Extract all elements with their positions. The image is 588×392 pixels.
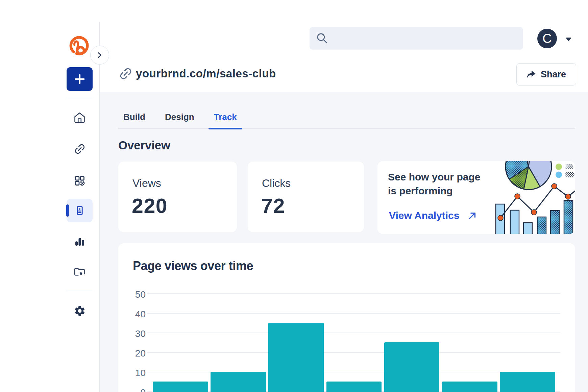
chevron-down-icon [566, 38, 571, 41]
sidebar-collapse-button[interactable] [90, 46, 109, 65]
overview-heading: Overview [118, 139, 170, 152]
views-stat-card: Views 220 [118, 162, 237, 232]
folder-star-icon [74, 267, 85, 276]
gridline-40 [147, 313, 560, 314]
sidebar-item-settings[interactable] [67, 299, 93, 323]
gridline-50 [147, 293, 560, 294]
bar-chart-icon [75, 238, 84, 246]
tab-track[interactable]: Track [209, 111, 242, 123]
ytick-label-40: 40 [125, 310, 146, 319]
views-label: Views [132, 177, 161, 190]
gridline-30 [147, 333, 560, 333]
arrow-up-right-icon [467, 211, 477, 221]
link-icon [73, 143, 86, 155]
chart-bar-7 [500, 372, 555, 392]
tab-build[interactable]: Build [118, 111, 151, 123]
ytick-label-30: 30 [125, 329, 146, 339]
avatar-initial: C [542, 31, 552, 46]
page-url: yourbrnd.co/m/sales-club [136, 67, 276, 80]
tab-bar: BuildDesignTrack [118, 111, 242, 123]
chevron-right-icon [97, 52, 103, 58]
tabs-divider [118, 128, 575, 129]
sidebar-item-pages[interactable] [67, 199, 93, 222]
ytick-label-50: 50 [125, 290, 146, 299]
sidebar-item-analytics[interactable] [67, 230, 93, 253]
share-button[interactable]: Share [516, 63, 576, 85]
page-icon [74, 205, 85, 216]
ytick-label-20: 20 [125, 349, 146, 358]
link-icon [118, 66, 133, 81]
clicks-value: 72 [261, 194, 285, 218]
sidebar-divider-bottom [66, 291, 93, 291]
ytick-label-10: 10 [125, 368, 146, 378]
sidebar-item-home[interactable] [67, 106, 93, 129]
analytics-promo-card: See how your page is performing View Ana… [377, 161, 575, 234]
ytick-label-0: 0 [125, 388, 146, 392]
sidebar-item-campaigns[interactable] [67, 260, 93, 284]
home-icon [74, 112, 85, 123]
sidebar-item-links[interactable] [67, 137, 93, 161]
view-analytics-label: View Analytics [389, 210, 459, 221]
gridline-10 [147, 372, 560, 372]
clicks-label: Clicks [262, 177, 291, 190]
create-new-button[interactable] [67, 67, 93, 91]
chart-bar-5 [384, 342, 440, 392]
share-icon [526, 70, 536, 78]
bitly-logo[interactable] [69, 36, 89, 56]
qr-code-icon [74, 175, 85, 187]
topbar: C [100, 22, 588, 55]
views-value: 220 [132, 194, 168, 218]
illu-pie-chart [506, 161, 552, 190]
tab-design[interactable]: Design [160, 111, 200, 123]
main-content: BuildDesignTrack Overview Views 220 Clic… [100, 92, 588, 392]
clicks-stat-card: Clicks 72 [248, 162, 364, 232]
chart-bar-1 [153, 382, 208, 392]
account-menu-button[interactable] [559, 32, 578, 46]
avatar[interactable]: C [537, 29, 557, 48]
promo-title: See how your page is performing [388, 170, 487, 198]
search-icon [317, 33, 328, 44]
chart-bar-4 [326, 382, 382, 392]
illu-line-chart [498, 183, 575, 221]
chart-bar-2 [211, 372, 266, 392]
chart-bar-6 [442, 382, 497, 392]
share-label: Share [541, 69, 566, 80]
sidebar-item-qr-codes[interactable] [67, 169, 93, 193]
page-views-chart-card: Page views over time 01020304050 [118, 243, 575, 392]
gear-icon [74, 305, 86, 317]
illu-bars [496, 200, 573, 234]
page-header: yourbrnd.co/m/sales-club Share [100, 55, 588, 92]
illu-legend [556, 164, 574, 178]
active-indicator [66, 204, 69, 217]
sidebar-divider-top [66, 98, 93, 98]
sidebar [59, 22, 100, 392]
chart-bar-3 [268, 323, 324, 392]
gridline-20 [147, 352, 560, 353]
view-analytics-link[interactable]: View Analytics [389, 210, 477, 221]
app-window: C yourbrnd.co/m/sales-club [59, 22, 588, 392]
chart-title: Page views over time [133, 259, 253, 273]
search-input[interactable] [310, 27, 523, 50]
plus-icon [71, 70, 89, 88]
